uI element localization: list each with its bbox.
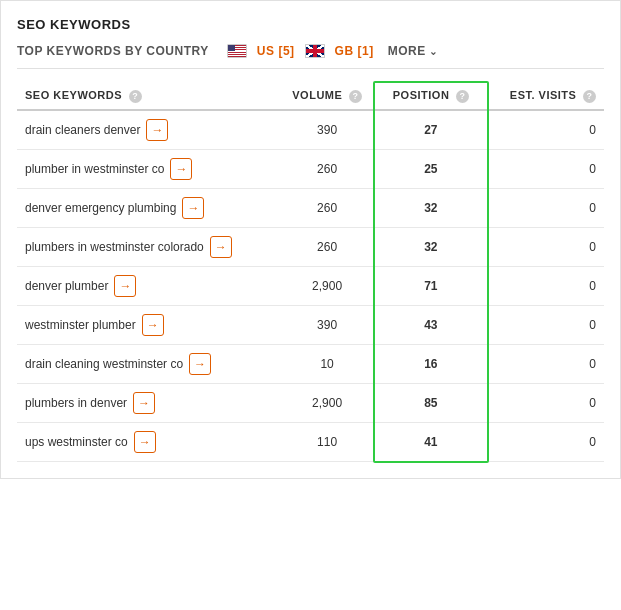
keyword-text-2: denver emergency plumbing bbox=[25, 201, 176, 215]
volume-cell-4: 2,900 bbox=[277, 266, 377, 305]
col-header-position: POSITION ? bbox=[377, 83, 485, 110]
keyword-cell-4: denver plumber → bbox=[17, 266, 277, 305]
position-cell-1: 25 bbox=[377, 149, 485, 188]
gb-count: [1] bbox=[358, 44, 374, 58]
table-header-row: SEO KEYWORDS ? VOLUME ? POSITION ? EST. … bbox=[17, 83, 604, 110]
keyword-text-8: ups westminster co bbox=[25, 435, 128, 449]
col-header-keywords: SEO KEYWORDS ? bbox=[17, 83, 277, 110]
position-cell-3: 32 bbox=[377, 227, 485, 266]
table-row: plumbers in denver → 2,900 85 0 bbox=[17, 383, 604, 422]
table-row: denver plumber → 2,900 71 0 bbox=[17, 266, 604, 305]
visits-cell-8: 0 bbox=[485, 422, 604, 461]
keyword-link-btn-4[interactable]: → bbox=[114, 275, 136, 297]
keyword-link-btn-2[interactable]: → bbox=[182, 197, 204, 219]
gb-label: GB bbox=[335, 44, 354, 58]
position-cell-4: 71 bbox=[377, 266, 485, 305]
keywords-table-wrapper: SEO KEYWORDS ? VOLUME ? POSITION ? EST. … bbox=[17, 83, 604, 462]
seo-keywords-section: SEO KEYWORDS TOP KEYWORDS BY COUNTRY US … bbox=[0, 0, 621, 479]
keyword-text-7: plumbers in denver bbox=[25, 396, 127, 410]
us-label: US bbox=[257, 44, 275, 58]
volume-cell-8: 110 bbox=[277, 422, 377, 461]
visits-cell-5: 0 bbox=[485, 305, 604, 344]
keywords-table: SEO KEYWORDS ? VOLUME ? POSITION ? EST. … bbox=[17, 83, 604, 462]
us-count: [5] bbox=[278, 44, 294, 58]
table-row: ups westminster co → 110 41 0 bbox=[17, 422, 604, 461]
keyword-text-3: plumbers in westminster colorado bbox=[25, 240, 204, 254]
keyword-link-btn-8[interactable]: → bbox=[134, 431, 156, 453]
keyword-cell-3: plumbers in westminster colorado → bbox=[17, 227, 277, 266]
keyword-cell-6: drain cleaning westminster co → bbox=[17, 344, 277, 383]
keyword-text-0: drain cleaners denver bbox=[25, 123, 140, 137]
position-cell-6: 16 bbox=[377, 344, 485, 383]
position-cell-0: 27 bbox=[377, 110, 485, 150]
volume-help-icon[interactable]: ? bbox=[349, 90, 362, 103]
volume-cell-2: 260 bbox=[277, 188, 377, 227]
keyword-cell-8: ups westminster co → bbox=[17, 422, 277, 461]
visits-cell-4: 0 bbox=[485, 266, 604, 305]
keyword-cell-2: denver emergency plumbing → bbox=[17, 188, 277, 227]
table-row: plumbers in westminster colorado → 260 3… bbox=[17, 227, 604, 266]
position-cell-5: 43 bbox=[377, 305, 485, 344]
visits-cell-1: 0 bbox=[485, 149, 604, 188]
keyword-text-1: plumber in westminster co bbox=[25, 162, 164, 176]
volume-cell-0: 390 bbox=[277, 110, 377, 150]
gb-filter[interactable]: GB [1] bbox=[335, 44, 374, 58]
visits-cell-6: 0 bbox=[485, 344, 604, 383]
table-row: plumber in westminster co → 260 25 0 bbox=[17, 149, 604, 188]
table-row: drain cleaners denver → 390 27 0 bbox=[17, 110, 604, 150]
position-cell-8: 41 bbox=[377, 422, 485, 461]
more-button[interactable]: MORE ⌄ bbox=[388, 44, 438, 58]
volume-cell-6: 10 bbox=[277, 344, 377, 383]
visits-cell-3: 0 bbox=[485, 227, 604, 266]
keyword-text-6: drain cleaning westminster co bbox=[25, 357, 183, 371]
keyword-link-btn-6[interactable]: → bbox=[189, 353, 211, 375]
visits-cell-0: 0 bbox=[485, 110, 604, 150]
keyword-link-btn-7[interactable]: → bbox=[133, 392, 155, 414]
est-visits-help-icon[interactable]: ? bbox=[583, 90, 596, 103]
volume-cell-3: 260 bbox=[277, 227, 377, 266]
keyword-text-5: westminster plumber bbox=[25, 318, 136, 332]
keyword-cell-0: drain cleaners denver → bbox=[17, 110, 277, 150]
us-filter[interactable]: US [5] bbox=[257, 44, 295, 58]
keyword-link-btn-3[interactable]: → bbox=[210, 236, 232, 258]
us-flag-icon bbox=[227, 44, 247, 58]
keyword-link-btn-1[interactable]: → bbox=[170, 158, 192, 180]
volume-cell-1: 260 bbox=[277, 149, 377, 188]
position-cell-2: 32 bbox=[377, 188, 485, 227]
keyword-cell-1: plumber in westminster co → bbox=[17, 149, 277, 188]
col-header-est-visits: EST. VISITS ? bbox=[485, 83, 604, 110]
visits-cell-7: 0 bbox=[485, 383, 604, 422]
keyword-cell-5: westminster plumber → bbox=[17, 305, 277, 344]
keywords-help-icon[interactable]: ? bbox=[129, 90, 142, 103]
gb-flag-icon bbox=[305, 44, 325, 58]
col-header-volume: VOLUME ? bbox=[277, 83, 377, 110]
table-row: westminster plumber → 390 43 0 bbox=[17, 305, 604, 344]
table-body: drain cleaners denver → 390 27 0 plumber… bbox=[17, 110, 604, 462]
more-label: MORE bbox=[388, 44, 426, 58]
table-row: denver emergency plumbing → 260 32 0 bbox=[17, 188, 604, 227]
visits-cell-2: 0 bbox=[485, 188, 604, 227]
section-title: SEO KEYWORDS bbox=[17, 17, 604, 32]
keyword-cell-7: plumbers in denver → bbox=[17, 383, 277, 422]
volume-cell-5: 390 bbox=[277, 305, 377, 344]
keyword-text-4: denver plumber bbox=[25, 279, 108, 293]
country-bar: TOP KEYWORDS BY COUNTRY US [5] GB [1] MO… bbox=[17, 44, 604, 69]
position-help-icon[interactable]: ? bbox=[456, 90, 469, 103]
chevron-down-icon: ⌄ bbox=[429, 46, 438, 57]
keyword-link-btn-0[interactable]: → bbox=[146, 119, 168, 141]
keyword-link-btn-5[interactable]: → bbox=[142, 314, 164, 336]
table-row: drain cleaning westminster co → 10 16 0 bbox=[17, 344, 604, 383]
country-bar-label: TOP KEYWORDS BY COUNTRY bbox=[17, 44, 209, 58]
position-cell-7: 85 bbox=[377, 383, 485, 422]
volume-cell-7: 2,900 bbox=[277, 383, 377, 422]
